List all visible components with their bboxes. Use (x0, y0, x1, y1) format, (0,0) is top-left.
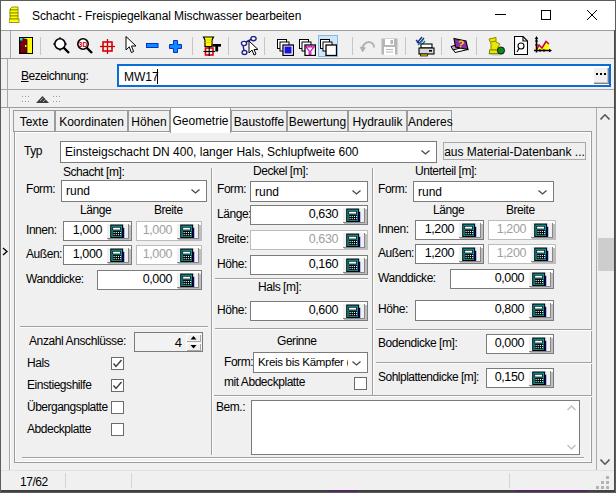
svg-text:3D: 3D (79, 41, 88, 48)
